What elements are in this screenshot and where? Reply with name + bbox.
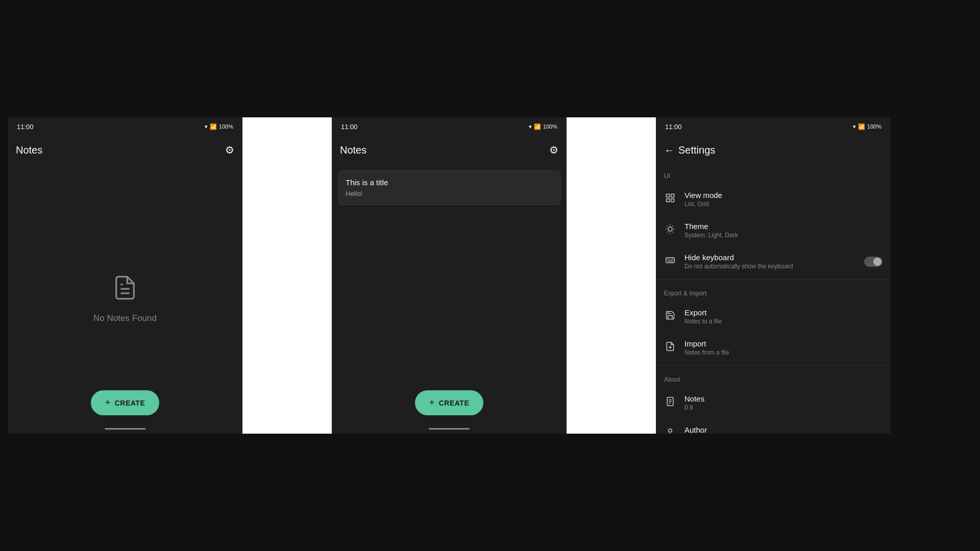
export-title: Export — [684, 308, 883, 317]
notes-list: This is a title Hello! + CREATE — [332, 164, 567, 434]
app-bar-title-2: Notes — [340, 144, 366, 156]
status-icons-3: ▾ 📶 100% — [853, 123, 881, 130]
notes-about-version: 0.9 — [684, 404, 883, 411]
settings-item-export[interactable]: Export Notes to a file — [656, 301, 891, 332]
export-icon — [664, 310, 676, 323]
notes-about-title: Notes — [684, 394, 883, 403]
svg-line-14 — [673, 226, 673, 227]
create-button-1[interactable]: + CREATE — [91, 390, 160, 415]
settings-item-view-mode[interactable]: View mode List, Grid — [656, 184, 891, 215]
bottom-indicator-2 — [429, 428, 470, 430]
status-bar-2: 11:00 ▾ 📶 100% — [332, 117, 567, 136]
no-notes-icon — [112, 274, 138, 307]
settings-item-author[interactable]: Author Jankku — [656, 418, 891, 434]
battery-2: 100% — [543, 123, 557, 130]
theme-subtitle: System, Light, Dark — [684, 232, 883, 239]
import-title: Import — [684, 339, 883, 348]
battery-1: 100% — [219, 123, 233, 130]
svg-point-6 — [668, 227, 672, 231]
plus-icon-2: + — [429, 397, 435, 408]
app-bar-2: Notes ⚙ — [332, 136, 567, 164]
wifi-icon-2: ▾ — [529, 123, 532, 130]
import-icon — [664, 341, 676, 354]
status-icons-2: ▾ 📶 100% — [529, 123, 557, 130]
create-button-2[interactable]: + CREATE — [415, 390, 484, 415]
fab-container-1: + CREATE — [8, 390, 242, 415]
plus-icon-1: + — [105, 397, 111, 408]
status-time-1: 11:00 — [17, 123, 34, 131]
note-title-1: This is a title — [346, 178, 553, 187]
status-bar-1: 11:00 ▾ 📶 100% — [8, 117, 242, 136]
about-label: About — [656, 368, 891, 387]
notes-about-icon — [664, 396, 676, 409]
export-text: Export Notes to a file — [684, 308, 883, 325]
svg-rect-15 — [666, 258, 675, 263]
status-bar-3: 11:00 ▾ 📶 100% — [656, 117, 891, 136]
svg-point-26 — [669, 429, 672, 433]
divider-1 — [656, 279, 891, 280]
fab-container-2: + CREATE — [332, 390, 567, 415]
bottom-indicator-1 — [105, 428, 145, 430]
create-label-1: CREATE — [115, 399, 145, 407]
phone-2: 11:00 ▾ 📶 100% Notes ⚙ This is a title H… — [332, 117, 567, 434]
status-time-2: 11:00 — [341, 123, 358, 131]
view-mode-text: View mode List, Grid — [684, 191, 883, 208]
app-bar-title-3: Settings — [678, 144, 715, 156]
wifi-icon-3: ▾ — [853, 123, 856, 130]
svg-rect-3 — [671, 194, 674, 197]
create-label-2: CREATE — [439, 399, 470, 407]
hide-keyboard-subtitle: Do not automatically show the keyboard — [684, 263, 856, 270]
author-title: Author — [684, 425, 883, 434]
keyboard-icon — [664, 255, 676, 268]
theme-icon — [664, 224, 676, 237]
theme-text: Theme System, Light, Dark — [684, 222, 883, 239]
app-bar-3: ← Settings — [656, 136, 891, 164]
author-icon — [664, 428, 676, 434]
back-button-3[interactable]: ← — [664, 144, 674, 156]
settings-content: UI View mode List, Grid — [656, 164, 891, 434]
settings-item-notes-about[interactable]: Notes 0.9 — [656, 387, 891, 418]
app-bar-1: Notes ⚙ — [8, 136, 242, 164]
status-time-3: 11:00 — [665, 123, 682, 131]
view-mode-title: View mode — [684, 191, 883, 199]
svg-line-13 — [667, 232, 668, 232]
hide-keyboard-text: Hide keyboard Do not automatically show … — [684, 253, 856, 270]
signal-icon-1: 📶 — [210, 123, 217, 130]
main-content-1: No Notes Found + CREATE — [8, 164, 242, 434]
gap-1 — [242, 117, 332, 434]
import-subtitle: Notes from a file — [684, 349, 883, 356]
settings-icon-1[interactable]: ⚙ — [225, 144, 234, 156]
app-bar-left-3: ← Settings — [664, 144, 715, 156]
settings-icon-2[interactable]: ⚙ — [549, 144, 558, 156]
notes-about-text: Notes 0.9 — [684, 394, 883, 411]
hide-keyboard-title: Hide keyboard — [684, 253, 856, 262]
settings-item-theme[interactable]: Theme System, Light, Dark — [656, 215, 891, 246]
svg-rect-4 — [667, 199, 670, 202]
export-subtitle: Notes to a file — [684, 318, 883, 325]
svg-rect-2 — [667, 194, 670, 197]
view-mode-subtitle: List, Grid — [684, 201, 883, 208]
status-icons-1: ▾ 📶 100% — [205, 123, 233, 130]
phone-3: 11:00 ▾ 📶 100% ← Settings UI — [656, 117, 891, 434]
note-preview-1: Hello! — [346, 190, 553, 197]
svg-line-10 — [673, 232, 673, 232]
settings-item-hide-keyboard[interactable]: Hide keyboard Do not automatically show … — [656, 246, 891, 277]
settings-item-import[interactable]: Import Notes from a file — [656, 332, 891, 363]
ui-section-label: UI — [656, 164, 891, 184]
wifi-icon-1: ▾ — [205, 123, 208, 130]
phone-1: 11:00 ▾ 📶 100% Notes ⚙ N — [8, 117, 242, 434]
import-text: Import Notes from a file — [684, 339, 883, 356]
battery-3: 100% — [867, 123, 881, 130]
no-notes-text: No Notes Found — [93, 313, 157, 323]
note-card-1[interactable]: This is a title Hello! — [338, 170, 560, 205]
svg-line-9 — [667, 226, 668, 227]
author-text: Author Jankku — [684, 425, 883, 434]
signal-icon-3: 📶 — [858, 123, 865, 130]
svg-rect-5 — [671, 199, 674, 202]
divider-2 — [656, 365, 891, 366]
hide-keyboard-toggle[interactable] — [864, 257, 883, 267]
app-bar-title-1: Notes — [16, 144, 42, 156]
theme-title: Theme — [684, 222, 883, 231]
gap-2 — [567, 117, 656, 434]
export-import-label: Export & Import — [656, 282, 891, 301]
